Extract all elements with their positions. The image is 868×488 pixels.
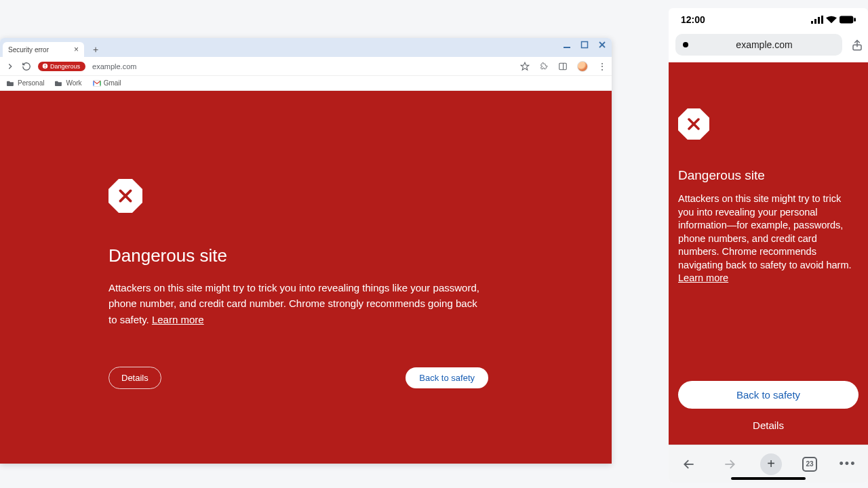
- window-controls: [563, 41, 606, 51]
- minimize-icon[interactable]: [563, 41, 571, 51]
- browser-tab[interactable]: Security error ×: [3, 42, 84, 57]
- status-bar: 12:00: [669, 8, 868, 31]
- share-icon[interactable]: [849, 39, 865, 52]
- bookmark-folder-personal[interactable]: Personal: [7, 79, 44, 87]
- details-button[interactable]: Details: [678, 420, 859, 431]
- warning-body: Attackers on this site might try to tric…: [108, 280, 488, 327]
- safe-browsing-interstitial: Dangerous site Attackers on this site mi…: [0, 91, 612, 464]
- svg-rect-15: [818, 17, 820, 24]
- svg-rect-1: [582, 42, 588, 48]
- warning-octagon-icon: [108, 179, 142, 213]
- side-panel-icon[interactable]: [558, 62, 568, 71]
- back-to-safety-button[interactable]: Back to safety: [678, 381, 859, 409]
- status-time: 12:00: [681, 14, 705, 25]
- svg-marker-7: [521, 62, 529, 70]
- forward-icon[interactable]: [5, 62, 15, 71]
- extensions-icon[interactable]: [539, 62, 549, 71]
- close-tab-icon[interactable]: ×: [74, 45, 79, 54]
- browser-toolbar: Dangerous example.com ⋮: [0, 57, 612, 76]
- maximize-icon[interactable]: [580, 41, 589, 51]
- tab-title: Security error: [8, 46, 49, 54]
- svg-rect-18: [854, 18, 856, 22]
- close-window-icon[interactable]: [598, 41, 606, 51]
- mobile-address-bar[interactable]: example.com: [675, 34, 842, 56]
- warning-octagon-icon: [678, 108, 709, 140]
- mobile-device-mockup: 12:00 example.com Dangerous site Attacke…: [669, 8, 868, 483]
- new-tab-button[interactable]: +: [760, 453, 782, 475]
- svg-rect-8: [559, 63, 567, 69]
- mobile-safe-browsing-interstitial: Dangerous site Attackers on this site mi…: [669, 62, 868, 445]
- svg-rect-16: [821, 16, 823, 24]
- svg-point-19: [683, 42, 688, 47]
- svg-rect-14: [814, 19, 816, 24]
- cellular-signal-icon: [811, 16, 823, 24]
- tab-strip: Security error × +: [0, 38, 612, 57]
- overflow-menu-icon[interactable]: ⋮: [597, 61, 606, 72]
- dangerous-chip[interactable]: Dangerous: [38, 62, 85, 71]
- bookmarks-bar: Personal Work Gmail: [0, 76, 612, 91]
- bookmark-label: Personal: [18, 79, 44, 87]
- dangerous-chip-label: Dangerous: [50, 63, 80, 70]
- back-icon[interactable]: [679, 454, 699, 474]
- overflow-menu-icon[interactable]: •••: [837, 454, 858, 474]
- back-to-safety-button[interactable]: Back to safety: [406, 367, 488, 388]
- warning-button-row: Details Back to safety: [108, 367, 488, 389]
- warning-body-text: Attackers on this site might try to tric…: [678, 193, 852, 270]
- home-indicator: [731, 477, 806, 480]
- warning-body: Attackers on this site might try to tric…: [678, 192, 859, 285]
- forward-icon[interactable]: [719, 454, 740, 474]
- mobile-bottom-toolbar: + 23 •••: [669, 445, 868, 483]
- bookmark-folder-work[interactable]: Work: [55, 79, 81, 87]
- mobile-url: example.com: [736, 39, 792, 50]
- warning-title: Dangerous site: [678, 168, 859, 183]
- warning-title: Dangerous site: [108, 245, 612, 266]
- address-bar-url[interactable]: example.com: [92, 62, 136, 70]
- new-tab-button[interactable]: +: [88, 42, 103, 57]
- svg-rect-13: [811, 21, 813, 24]
- learn-more-link[interactable]: Learn more: [152, 314, 204, 325]
- site-settings-icon: [682, 41, 689, 48]
- desktop-browser-window: Security error × + Dangerous example.c: [0, 38, 612, 464]
- profile-avatar[interactable]: [577, 61, 588, 72]
- bookmark-label: Work: [66, 79, 81, 87]
- battery-icon: [840, 16, 856, 24]
- wifi-icon: [826, 16, 837, 24]
- details-button[interactable]: Details: [108, 367, 161, 389]
- svg-point-6: [45, 67, 45, 68]
- svg-rect-17: [840, 16, 853, 23]
- bookmark-star-icon[interactable]: [520, 62, 530, 71]
- bookmark-gmail[interactable]: Gmail: [93, 79, 121, 87]
- tab-switcher-button[interactable]: 23: [802, 457, 817, 472]
- mobile-button-column: Back to safety Details: [678, 381, 859, 431]
- learn-more-link[interactable]: Learn more: [678, 272, 728, 283]
- bookmark-label: Gmail: [104, 79, 121, 87]
- reload-icon[interactable]: [22, 62, 31, 71]
